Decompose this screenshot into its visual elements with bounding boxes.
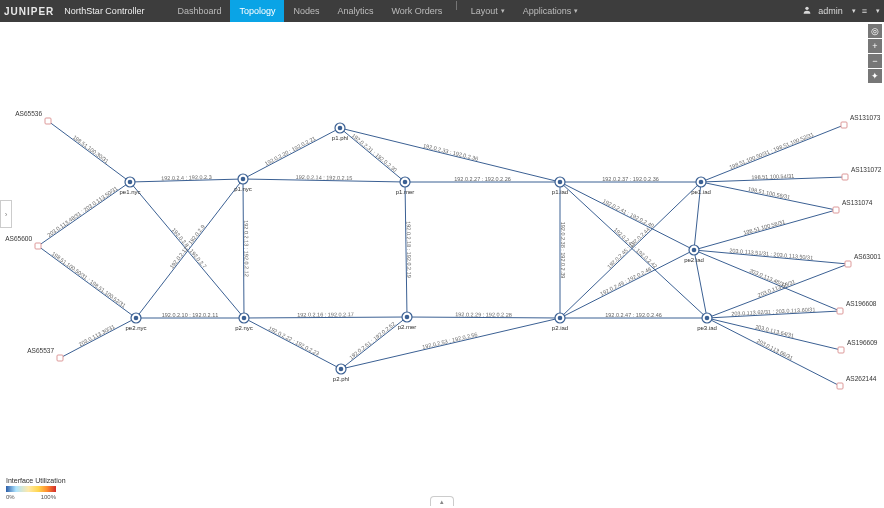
link-label: 192.0.2.38 : 192.0.2.39 bbox=[560, 222, 566, 279]
link-label: 198.51.100.50/31 : 198.51.100.52/31 bbox=[51, 250, 127, 308]
link[interactable] bbox=[243, 128, 340, 179]
router-node[interactable] bbox=[336, 364, 346, 374]
nav-nodes[interactable]: Nodes bbox=[284, 0, 328, 22]
link-label: 192.0.2.14 : 192.0.2.15 bbox=[296, 174, 353, 181]
router-node[interactable] bbox=[689, 245, 699, 255]
topology-svg[interactable]: 198.51.100.30/31203.0.113.48/31 : 203.0.… bbox=[0, 22, 884, 484]
router-node[interactable] bbox=[239, 313, 249, 323]
svg-point-12 bbox=[339, 367, 344, 372]
link[interactable] bbox=[48, 121, 130, 182]
svg-point-18 bbox=[558, 180, 563, 185]
as-label: AS65537 bbox=[27, 347, 54, 354]
as-label: AS196608 bbox=[846, 300, 877, 307]
expand-left-button[interactable]: › bbox=[0, 200, 12, 228]
router-label: p2.mer bbox=[398, 324, 417, 330]
topology-canvas[interactable]: 198.51.100.30/31203.0.113.48/31 : 203.0.… bbox=[0, 22, 884, 484]
panel-expand-button[interactable]: ▴ bbox=[430, 496, 454, 506]
link-label: 198.51.100.50/31 : 198.51.100.52/31 bbox=[728, 131, 814, 170]
product-label: NorthStar Controller bbox=[64, 6, 144, 16]
svg-point-6 bbox=[241, 177, 246, 182]
link[interactable] bbox=[560, 182, 701, 318]
svg-point-2 bbox=[128, 180, 133, 185]
as-node[interactable] bbox=[845, 261, 851, 267]
link-label: 192.0.2.22 : 192.0.2.23 bbox=[267, 325, 320, 357]
router-node[interactable] bbox=[400, 177, 410, 187]
router-label: p1.iad bbox=[552, 189, 568, 195]
router-node[interactable] bbox=[335, 123, 345, 133]
link-label: 203.0.113.48/31 : 203.0.113.50/31 bbox=[46, 185, 118, 238]
recenter-button[interactable]: ◎ bbox=[868, 24, 882, 38]
svg-point-4 bbox=[134, 316, 139, 321]
link-label: 192.0.2.51 : 192.0.2.52 bbox=[348, 321, 396, 361]
menu-icon[interactable]: ≡ bbox=[862, 6, 867, 16]
as-node[interactable] bbox=[45, 118, 51, 124]
layout-label: Layout bbox=[471, 6, 498, 16]
router-node[interactable] bbox=[125, 177, 135, 187]
router-node[interactable] bbox=[131, 313, 141, 323]
link[interactable] bbox=[694, 210, 836, 250]
link-label: 192.0.2.31 : 192.0.2.30 bbox=[351, 132, 398, 173]
as-label: AS131073 bbox=[850, 114, 881, 121]
link-label: 203.0.113.66/31 bbox=[756, 338, 794, 361]
router-label: p2.nyc bbox=[235, 325, 253, 331]
link[interactable] bbox=[38, 246, 136, 318]
topbar-right: admin ▾ ≡ ▾ bbox=[802, 5, 880, 17]
link-label: 192.0.2.13 : 192.0.2.12 bbox=[243, 220, 249, 277]
router-label: pe2.iad bbox=[684, 257, 704, 263]
as-node[interactable] bbox=[837, 383, 843, 389]
chevron-down-icon: ▾ bbox=[501, 7, 505, 15]
as-node[interactable] bbox=[35, 243, 41, 249]
link[interactable] bbox=[560, 250, 694, 318]
link[interactable] bbox=[60, 318, 136, 358]
link[interactable] bbox=[560, 182, 707, 318]
router-label: p2.phl bbox=[333, 376, 349, 382]
svg-point-20 bbox=[558, 316, 563, 321]
map-controls: ◎ + − ✦ bbox=[868, 24, 882, 83]
router-node[interactable] bbox=[702, 313, 712, 323]
router-node[interactable] bbox=[402, 312, 412, 322]
as-node[interactable] bbox=[838, 347, 844, 353]
link-label: 203.0.113.30/31 bbox=[78, 323, 116, 347]
as-node[interactable] bbox=[837, 308, 843, 314]
nav-dashboard[interactable]: Dashboard bbox=[168, 0, 230, 22]
nav-analytics[interactable]: Analytics bbox=[328, 0, 382, 22]
zoom-in-button[interactable]: + bbox=[868, 39, 882, 53]
legend-gradient bbox=[6, 486, 56, 492]
svg-point-0 bbox=[806, 7, 809, 10]
as-node[interactable] bbox=[841, 122, 847, 128]
link-label: 192.0.2.41 : 192.0.2.40 bbox=[602, 198, 655, 229]
router-label: pe3.iad bbox=[697, 325, 717, 331]
link-label: 198.51.100.58/31 bbox=[743, 218, 786, 235]
user-label[interactable]: admin bbox=[818, 6, 843, 16]
link-label: 192.0.2.10 : 192.0.2.11 bbox=[162, 312, 219, 318]
router-node[interactable] bbox=[696, 177, 706, 187]
link-label: 192.0.2.29 : 192.0.2.28 bbox=[455, 311, 512, 317]
svg-point-16 bbox=[405, 315, 410, 320]
nav-applications[interactable]: Applications ▾ bbox=[514, 0, 588, 22]
router-node[interactable] bbox=[238, 174, 248, 184]
as-label: AS63001 bbox=[854, 253, 881, 260]
zoom-out-button[interactable]: − bbox=[868, 54, 882, 68]
link[interactable] bbox=[244, 318, 341, 369]
chevron-down-icon: ▾ bbox=[852, 7, 856, 15]
router-node[interactable] bbox=[555, 177, 565, 187]
nav-workorders[interactable]: Work Orders bbox=[382, 0, 451, 22]
link[interactable] bbox=[701, 182, 836, 210]
as-node[interactable] bbox=[842, 174, 848, 180]
as-node[interactable] bbox=[57, 355, 63, 361]
nav: Dashboard Topology Nodes Analytics Work … bbox=[168, 0, 587, 22]
link-label: 203.0.113.51/31 : 203.0.113.50/31 bbox=[729, 247, 813, 261]
link-label: 192.0.2.20 : 192.0.2.21 bbox=[264, 135, 317, 167]
svg-point-26 bbox=[705, 316, 710, 321]
nav-layout[interactable]: Layout ▾ bbox=[462, 0, 514, 22]
router-label: p1.nyc bbox=[234, 186, 252, 192]
link-label: 192.0.2.18 : 192.0.2.19 bbox=[406, 221, 413, 278]
settings-button[interactable]: ✦ bbox=[868, 69, 882, 83]
nav-topology[interactable]: Topology bbox=[230, 0, 284, 22]
as-label: AS131074 bbox=[842, 199, 873, 206]
as-node[interactable] bbox=[833, 207, 839, 213]
svg-point-8 bbox=[242, 316, 247, 321]
link[interactable] bbox=[694, 250, 840, 311]
router-node[interactable] bbox=[555, 313, 565, 323]
link-label: 192.0.2.47 : 192.0.2.46 bbox=[605, 312, 662, 318]
